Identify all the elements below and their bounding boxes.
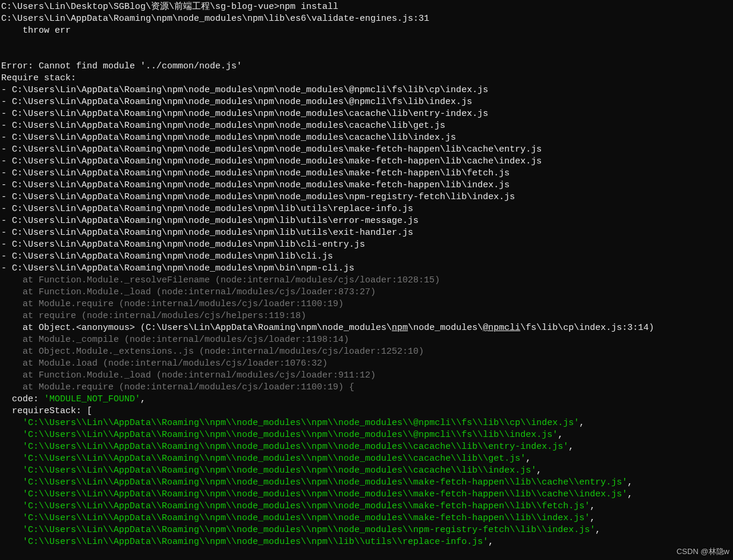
engine-path-line: C:\Users\Lin\AppData\Roaming\npm\node_mo… [1,14,429,24]
require-stack-header: Require stack: [1,73,76,83]
trace-line: at Module._compile (node:internal/module… [1,335,349,345]
csdn-watermark: CSDN @林隐w [677,546,729,558]
require-stack-item: 'C:\\Users\\Lin\\AppData\\Roaming\\npm\\… [1,525,600,535]
trace-line: at require (node:internal/modules/cjs/he… [1,311,306,321]
prompt-line: C:\Users\Lin\Desktop\SGBlog\资源\前端工程\sg-b… [1,2,338,12]
require-stack-item: 'C:\\Users\\Lin\\AppData\\Roaming\\npm\\… [1,477,633,487]
trace-anonymous-line: at Object.<anonymous> (C:\Users\Lin\AppD… [1,323,654,333]
npm-link[interactable]: npm [392,323,408,333]
stack-file: - C:\Users\Lin\AppData\Roaming\npm\node_… [1,133,456,143]
stack-file: - C:\Users\Lin\AppData\Roaming\npm\node_… [1,109,488,119]
require-stack-open: requireStack: [ [1,406,92,416]
stack-file: - C:\Users\Lin\AppData\Roaming\npm\node_… [1,228,413,238]
stack-file: - C:\Users\Lin\AppData\Roaming\npm\node_… [1,240,365,250]
trace-line: at Function.Module._resolveFilename (nod… [1,275,440,285]
trace-line: at Function.Module._load (node:internal/… [1,370,376,380]
stack-file: - C:\Users\Lin\AppData\Roaming\npm\node_… [1,251,333,262]
stack-file: - C:\Users\Lin\AppData\Roaming\npm\node_… [1,85,488,95]
throw-line: throw err [1,26,71,36]
stack-file: - C:\Users\Lin\AppData\Roaming\npm\node_… [1,216,419,226]
require-stack-item: 'C:\\Users\\Lin\\AppData\\Roaming\\npm\\… [1,513,595,523]
stack-file: - C:\Users\Lin\AppData\Roaming\npm\node_… [1,204,413,214]
require-stack-item: 'C:\\Users\\Lin\\AppData\\Roaming\\npm\\… [1,418,584,428]
code-line: code: 'MODULE_NOT_FOUND', [1,394,146,404]
stack-file: - C:\Users\Lin\AppData\Roaming\npm\node_… [1,192,515,202]
stack-file: - C:\Users\Lin\AppData\Roaming\npm\node_… [1,144,542,155]
require-stack-item: 'C:\\Users\\Lin\\AppData\\Roaming\\npm\\… [1,454,531,464]
trace-line: at Module.require (node:internal/modules… [1,299,344,309]
stack-file: - C:\Users\Lin\AppData\Roaming\npm\node_… [1,156,542,166]
require-stack-item: 'C:\\Users\\Lin\\AppData\\Roaming\\npm\\… [1,465,542,476]
stack-file: - C:\Users\Lin\AppData\Roaming\npm\node_… [1,168,509,178]
require-stack-item: 'C:\\Users\\Lin\\AppData\\Roaming\\npm\\… [1,489,633,499]
require-stack-item: 'C:\\Users\\Lin\\AppData\\Roaming\\npm\\… [1,442,574,452]
require-stack-item: 'C:\\Users\\Lin\\AppData\\Roaming\\npm\\… [1,430,563,440]
terminal-output[interactable]: C:\Users\Lin\Desktop\SGBlog\资源\前端工程\sg-b… [0,0,733,548]
error-message: Error: Cannot find module '../common/nod… [1,61,242,71]
stack-file: - C:\Users\Lin\AppData\Roaming\npm\node_… [1,97,472,107]
trace-line: at Module.load (node:internal/modules/cj… [1,358,328,369]
npmcli-link[interactable]: @npmcli [483,323,520,333]
require-stack-item: 'C:\\Users\\Lin\\AppData\\Roaming\\npm\\… [1,537,493,547]
stack-file: - C:\Users\Lin\AppData\Roaming\npm\node_… [1,180,509,190]
stack-file: - C:\Users\Lin\AppData\Roaming\npm\node_… [1,263,354,273]
trace-line: at Function.Module._load (node:internal/… [1,287,376,297]
require-stack-item: 'C:\\Users\\Lin\\AppData\\Roaming\\npm\\… [1,501,595,511]
trace-line: at Module.require (node:internal/modules… [1,382,354,392]
stack-file: - C:\Users\Lin\AppData\Roaming\npm\node_… [1,121,445,131]
trace-line: at Object.Module._extensions..js (node:i… [1,347,424,357]
